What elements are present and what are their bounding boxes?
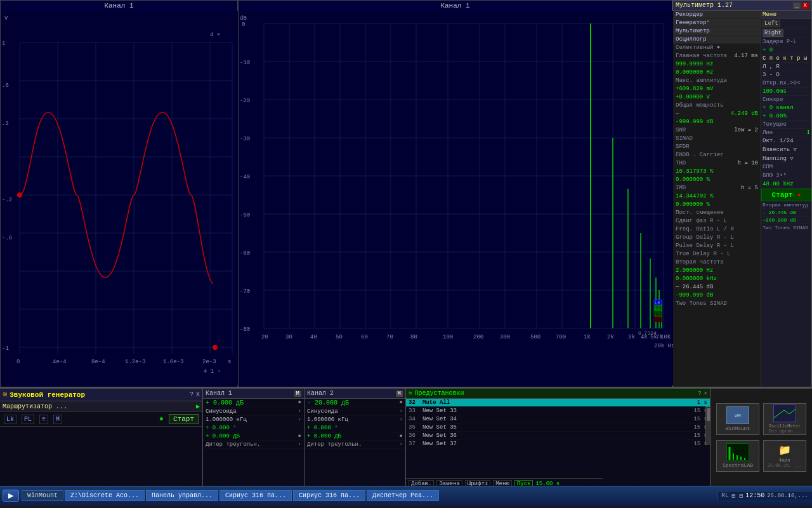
- bpf-label: БПФ 2¹⁶: [763, 172, 787, 179]
- preset-name-34: New Set 34: [422, 416, 693, 422]
- close-icon[interactable]: X: [802, 3, 809, 9]
- ch2-freq[interactable]: 1.000000 кГц: [307, 417, 348, 423]
- ch1-mod-dot[interactable]: ●: [298, 433, 301, 439]
- dc-label: Пост. смещение: [676, 210, 724, 216]
- rl-indicator: RL: [721, 492, 729, 499]
- osc-svg: V 1 .6 .2 -.2 -.6 -1: [1, 11, 239, 385]
- channel2-panel: Канал 2 М - 20.000 дБ ● Синусоида › 1.00…: [304, 389, 406, 486]
- ch2-freq-arrow[interactable]: ›: [400, 417, 403, 423]
- menu-multimeter[interactable]: Мультиметр: [676, 28, 710, 34]
- ch1-badge[interactable]: М: [294, 391, 301, 397]
- second-freq-label: Вторая частота: [676, 259, 724, 265]
- osc-title: Канал 1: [1, 1, 237, 11]
- presets-panel: ≋ Предустановки ? × 32 Mute All 1 s 33 N…: [406, 389, 710, 486]
- ch2-type[interactable]: Синусоида: [307, 408, 338, 415]
- imd-pct: 14.344702 %: [676, 193, 713, 199]
- taskbar: ▶ WinMount Z:\Discrete Aco... Панель упр…: [0, 486, 812, 505]
- preset-time-32: 1 s: [697, 399, 707, 406]
- file-icon[interactable]: 📁 Файл 25.08.16, ...: [763, 440, 806, 472]
- taskbar-item-sirius2[interactable]: Сириус 316 па...: [293, 490, 365, 501]
- ch1-dither-arrow[interactable]: ›: [298, 441, 301, 448]
- m-btn[interactable]: M: [53, 415, 62, 424]
- max-amp-mv: +609.829 mV: [676, 86, 713, 92]
- menu-oscilloscope[interactable]: Осциллогр: [676, 36, 707, 43]
- power-dash: —: [676, 110, 679, 117]
- ch2-dither-arrow[interactable]: ›: [400, 441, 403, 448]
- svg-text:300: 300: [500, 334, 510, 340]
- ch1-type[interactable]: Синусоида: [206, 408, 237, 415]
- preset-num-36: 36: [409, 432, 422, 439]
- taskbar-item-winmount[interactable]: WinMount: [22, 490, 63, 501]
- main-freq-ms: 4.17 ms: [734, 53, 758, 59]
- svg-text:2e-3: 2e-3: [202, 359, 216, 365]
- preset-num-35: 35: [409, 424, 422, 431]
- right-menu-column: Меню Left Right Задерж Р-L + 0 С п е к т…: [761, 11, 811, 387]
- ch1-freq-arrow[interactable]: ›: [298, 417, 301, 423]
- gen-close-btn[interactable]: X: [196, 391, 200, 398]
- ch2-level-dot[interactable]: ●: [400, 399, 403, 406]
- imd-label: IMD: [676, 185, 686, 191]
- main-freq-hz: 999.9999 Hz: [676, 61, 713, 67]
- ch2-dither[interactable]: Дитер треугольн.: [307, 441, 362, 448]
- presets-close[interactable]: ×: [704, 391, 707, 397]
- preset-row-37[interactable]: 37 New Set 37 15 s: [406, 440, 710, 448]
- ch2-arrow[interactable]: ›: [400, 408, 403, 415]
- svg-text:3k: 3k: [628, 334, 635, 340]
- preset-row-32[interactable]: 32 Mute All 1 s: [406, 399, 710, 407]
- minimize-icon[interactable]: _: [793, 3, 800, 9]
- ch1-arrow[interactable]: ›: [298, 408, 301, 415]
- svg-text:1k: 1k: [584, 334, 591, 340]
- ch1-level-dot[interactable]: ●: [298, 399, 301, 406]
- taskbar-item-dispatch[interactable]: Диспетчер Реа...: [367, 490, 439, 501]
- pl-btn[interactable]: PL: [22, 415, 34, 424]
- taskbar-item-zpath[interactable]: Z:\Discrete Aco...: [65, 490, 145, 501]
- power-db: 4.249 dB: [731, 110, 758, 117]
- preset-num-33: 33: [409, 408, 422, 414]
- svg-text:-.2: -.2: [2, 197, 12, 203]
- presets-help[interactable]: ?: [698, 391, 701, 397]
- svg-text:L1: L1: [655, 306, 660, 311]
- preset-row-36[interactable]: 36 New Set 36 15 s: [406, 432, 710, 440]
- svg-text:L2: L2: [655, 312, 660, 317]
- spectralab-icon[interactable]: SpectraLAB: [716, 440, 759, 472]
- svg-text:-70: -70: [240, 288, 250, 295]
- taskbar-item-panel[interactable]: Панель управл...: [146, 490, 218, 501]
- svg-text:20k Hz: 20k Hz: [654, 343, 673, 349]
- svg-rect-34: [239, 11, 673, 385]
- preset-row-35[interactable]: 35 New Set 35 15 s: [406, 424, 710, 432]
- menu-generator[interactable]: Генератор°: [676, 20, 710, 26]
- gen-arrow-btn[interactable]: ▶: [196, 403, 200, 410]
- start-button[interactable]: ▶: [3, 490, 19, 502]
- svg-text:1.6e-3: 1.6e-3: [163, 359, 183, 365]
- svg-rect-0: [1, 11, 239, 385]
- ch2-mod: + 0.000 дБ: [307, 433, 341, 439]
- menu-btn[interactable]: Меню: [763, 11, 776, 18]
- gen-start-btn[interactable]: Старт: [169, 414, 199, 424]
- lin-label: Лин: [763, 130, 773, 136]
- menu-recorder[interactable]: Рекордер: [676, 11, 703, 18]
- start-btn[interactable]: Старт ●: [761, 189, 811, 201]
- left-btn[interactable]: Left: [763, 20, 780, 27]
- right-btn[interactable]: Right: [763, 29, 783, 37]
- second-freq-khz: 0.000000 kHz: [676, 276, 717, 282]
- gen-help-btn[interactable]: ?: [190, 391, 193, 398]
- lk-btn[interactable]: Lk: [4, 415, 16, 424]
- taskbar-item-sirius1[interactable]: Сириус 316 па...: [219, 490, 292, 501]
- eq-btn[interactable]: ≡: [39, 415, 48, 424]
- ch1-freq[interactable]: 1.000000 кГц: [206, 417, 247, 423]
- ch2-mod-dot[interactable]: ●: [400, 433, 403, 439]
- bottom-area: ≋ Звуковой генератор ? X Маршрутизатор .…: [0, 387, 812, 486]
- clock: 12:50: [745, 492, 764, 499]
- winmount-icon[interactable]: WM WinMount: [716, 403, 759, 435]
- ch1-dither[interactable]: Дитер треугольн.: [206, 441, 260, 448]
- svg-text:0: 0: [16, 359, 20, 365]
- presets-icon: ≋: [409, 390, 412, 397]
- oscillometer-icon[interactable]: OscilloMeter Без орган...: [763, 403, 806, 435]
- ch2-badge[interactable]: М: [396, 391, 403, 397]
- pulse-delay-label: Pulse Delay R - L: [676, 243, 734, 249]
- thd-pct: 10.317973 %: [676, 168, 713, 175]
- preset-row-34[interactable]: 34 New Set 34 15 s: [406, 415, 710, 424]
- svg-text:-50: -50: [240, 212, 250, 218]
- preset-row-33[interactable]: 33 New Set 33 15 s: [406, 407, 710, 415]
- preset-num-32: 32: [409, 399, 422, 406]
